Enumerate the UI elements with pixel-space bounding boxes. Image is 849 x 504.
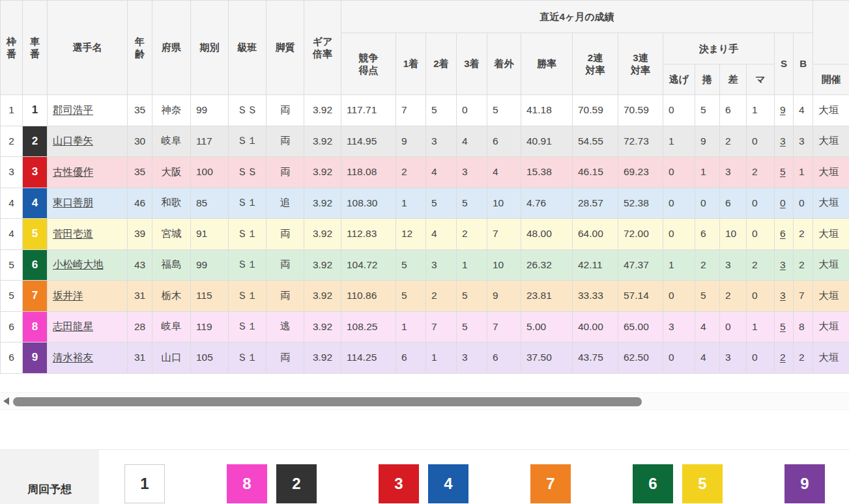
gear-ratio-cell: 3.92 — [304, 188, 341, 219]
s-count-link[interactable]: 2 — [780, 352, 786, 363]
out-of-place-cell: 4 — [487, 157, 521, 188]
rider-name-link[interactable]: 東口善朋 — [53, 197, 93, 208]
venue-cell: 大垣 — [813, 157, 849, 188]
prefecture-cell: 宮城 — [152, 219, 191, 250]
scrollbar-thumb[interactable] — [13, 397, 642, 406]
race-points-cell: 104.72 — [341, 249, 396, 281]
lap-prediction-car-7: 7 — [530, 464, 571, 503]
car-number-cell: 3 — [23, 157, 48, 188]
3rd-place-cell: 4 — [457, 126, 487, 157]
sashi-count-cell: 3 — [720, 249, 747, 281]
gear-ratio-cell: 3.92 — [304, 219, 341, 250]
lap-prediction-group: 7 — [530, 464, 571, 503]
leg-type-cell: 両 — [266, 281, 304, 312]
scroll-left-arrow-icon[interactable] — [3, 397, 9, 405]
s-count-link[interactable]: 5 — [780, 321, 786, 332]
mark-count-cell: 1 — [747, 311, 775, 343]
rider-name-link[interactable]: 清水裕友 — [53, 352, 93, 363]
s-count-cell: 3 — [775, 126, 794, 157]
out-of-place-cell: 6 — [487, 126, 521, 157]
race-points-cell: 114.25 — [341, 343, 396, 374]
s-count-cell: 6 — [775, 219, 794, 250]
1st-place-cell: 1 — [396, 311, 426, 343]
3rd-place-cell: 1 — [457, 249, 487, 281]
horizontal-scrollbar[interactable] — [0, 392, 849, 410]
s-count-link[interactable]: 3 — [780, 135, 786, 147]
rider-row: 4 5 菅田壱道 39 宮城 91 Ｓ１ 両 3.92 112.83 12 4 … — [1, 219, 849, 250]
age-cell: 31 — [128, 281, 152, 312]
leg-type-cell: 両 — [266, 249, 304, 281]
1st-place-cell: 12 — [396, 219, 426, 250]
2nd-place-cell: 4 — [426, 157, 457, 188]
rider-name-link[interactable]: 菅田壱道 — [53, 228, 93, 239]
s-count-link[interactable]: 5 — [780, 166, 786, 177]
col-header-class: 級班 — [229, 1, 266, 95]
col-header-b: B — [794, 33, 813, 95]
rider-name-link[interactable]: 古性優作 — [53, 166, 93, 177]
lap-prediction-car-3: 3 — [379, 464, 419, 503]
3rd-place-cell: 0 — [457, 95, 487, 126]
out-of-place-cell: 7 — [487, 219, 521, 250]
lap-prediction-group: 1 — [124, 464, 165, 503]
gear-ratio-cell: 3.92 — [304, 157, 341, 188]
2nd-place-cell: 7 — [426, 311, 457, 343]
period-cell: 119 — [191, 311, 229, 343]
s-count-link[interactable]: 0 — [780, 197, 786, 208]
race-points-cell: 117.71 — [341, 95, 396, 126]
car-number-cell: 4 — [23, 188, 48, 219]
out-of-place-cell: 10 — [487, 249, 521, 281]
out-of-place-cell: 9 — [487, 281, 521, 312]
rider-row: 5 6 小松崎大地 43 福島 99 Ｓ１ 両 3.92 104.72 5 3 … — [1, 249, 849, 281]
b-count-cell: 0 — [794, 188, 813, 219]
quinella2-rate-cell: 46.15 — [573, 157, 618, 188]
car-number-cell: 9 — [23, 343, 48, 374]
mark-count-cell: 0 — [747, 126, 775, 157]
mark-count-cell: 0 — [747, 188, 775, 219]
rider-name-link[interactable]: 小松崎大地 — [53, 259, 104, 270]
rider-name-cell: 小松崎大地 — [48, 249, 128, 281]
win-rate-cell: 37.50 — [521, 343, 573, 374]
gear-ratio-cell: 3.92 — [304, 95, 341, 126]
mark-count-cell: 1 — [747, 95, 775, 126]
quinella2-rate-cell: 42.11 — [573, 249, 618, 281]
rider-name-link[interactable]: 郡司浩平 — [53, 104, 93, 115]
win-rate-cell: 41.18 — [521, 95, 573, 126]
s-count-link[interactable]: 9 — [780, 104, 786, 115]
rider-name-cell: 菅田壱道 — [48, 219, 128, 250]
b-count-cell: 7 — [794, 281, 813, 312]
quinella3-rate-cell: 57.14 — [618, 281, 663, 312]
out-of-place-cell: 10 — [487, 188, 521, 219]
b-count-cell: 2 — [794, 219, 813, 250]
s-count-link[interactable]: 3 — [780, 259, 786, 270]
lap-prediction-group: 82 — [227, 464, 317, 503]
s-count-link[interactable]: 3 — [780, 290, 786, 301]
period-cell: 85 — [191, 188, 229, 219]
col-header-leg-type: 脚質 — [266, 1, 304, 95]
out-of-place-cell: 7 — [487, 311, 521, 343]
lap-prediction-group: 9 — [784, 464, 825, 503]
rider-name-link[interactable]: 坂井洋 — [53, 290, 83, 301]
rider-name-link[interactable]: 山口拳矢 — [53, 135, 93, 146]
sashi-count-cell: 6 — [720, 188, 747, 219]
venue-cell: 大垣 — [813, 343, 849, 374]
nige-count-cell: 0 — [663, 157, 695, 188]
gear-ratio-cell: 3.92 — [304, 126, 341, 157]
lap-prediction-car-2: 2 — [276, 464, 317, 503]
lap-prediction-label: 周回予想 — [0, 450, 99, 504]
class-cell: Ｓ１ — [229, 249, 266, 281]
class-cell: Ｓ１ — [229, 281, 266, 312]
lap-prediction-car-5: 5 — [682, 464, 723, 503]
sashi-count-cell: 10 — [720, 219, 747, 250]
nige-count-cell: 1 — [663, 249, 695, 281]
lap-prediction-car-4: 4 — [428, 464, 468, 503]
3rd-place-cell: 5 — [457, 281, 487, 312]
leg-type-cell: 逃 — [266, 311, 304, 343]
rider-name-cell: 清水裕友 — [48, 343, 128, 374]
lap-prediction-section: 周回予想 182347659 — [0, 449, 849, 504]
s-count-link[interactable]: 6 — [780, 228, 786, 239]
2nd-place-cell: 5 — [426, 95, 457, 126]
rider-name-link[interactable]: 志田龍星 — [53, 320, 93, 331]
b-count-cell: 1 — [794, 157, 813, 188]
sashi-count-cell: 2 — [720, 281, 747, 312]
quinella3-rate-cell: 62.50 — [618, 343, 663, 374]
